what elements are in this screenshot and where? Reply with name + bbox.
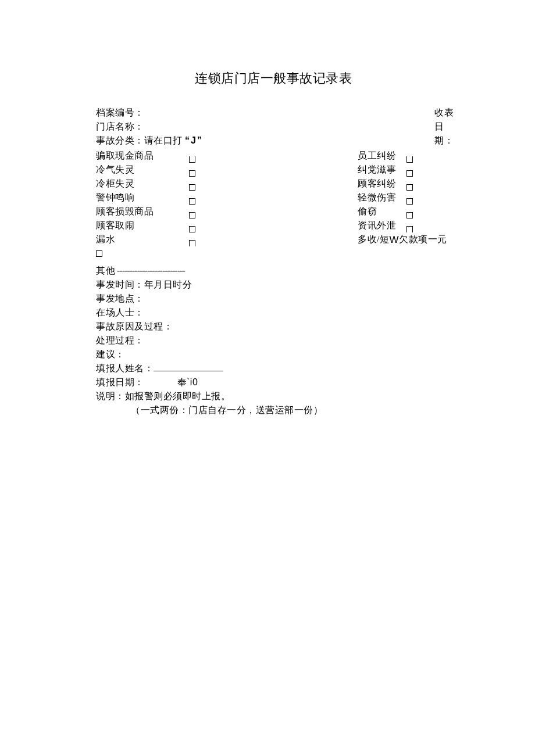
checkbox-icon[interactable] <box>406 226 413 232</box>
checkbox-icon[interactable] <box>189 184 195 191</box>
checkbox-icon[interactable] <box>406 212 413 218</box>
note-line2: （一式两份：门店自存一分，送营运部一份） <box>96 403 439 417</box>
handling-process-label: 处理过程： <box>96 334 439 347</box>
note-line1: 说明：如报警则必须即时上报。 <box>96 389 439 403</box>
checkbox-icon[interactable] <box>189 156 195 163</box>
page-title: 连锁店门店一般事故记录表 <box>108 70 439 87</box>
right-long-mid2: 欠 <box>399 234 409 244</box>
cat-left-6: 漏水 <box>96 232 189 246</box>
category-grid: 骗取现金商品 员工纠纷 冷气失灵 纠党滋事 冷柜失灵 顾客纠纷 警钟鸣响 轻微伤… <box>96 149 439 246</box>
other-dashes: --------------------------- <box>115 266 185 275</box>
cat-left-0: 骗取现金商品 <box>96 149 189 163</box>
reporter-name-field[interactable] <box>154 363 223 371</box>
cat-right-2: 顾客纠纷 <box>358 177 398 191</box>
right-long-mid1: W <box>389 233 399 247</box>
cat-right-0: 员工纠纷 <box>358 149 398 163</box>
cat-left-4: 顾客损毁商品 <box>96 205 189 218</box>
present-persons-label: 在场人士： <box>96 306 439 320</box>
cause-process-label: 事故原因及过程： <box>96 320 439 334</box>
checkbox-icon[interactable] <box>406 156 413 163</box>
cat-left-3: 警钟鸣响 <box>96 191 189 205</box>
cat-right-4: 偷窃 <box>358 205 398 218</box>
other-label: 其他 <box>96 266 115 275</box>
suggestion-label: 建议： <box>96 347 439 361</box>
checkbox-icon[interactable] <box>189 170 195 177</box>
checkmark-sample: “J” <box>185 135 203 145</box>
checkbox-icon[interactable] <box>189 226 195 232</box>
cat-right-long: 多收/短W欠款项一元 <box>358 232 447 246</box>
cat-left-5: 顾客取闹 <box>96 218 189 232</box>
cat-right-5: 资讯外泄 <box>358 218 398 232</box>
cat-left-2: 冷柜失灵 <box>96 177 189 191</box>
right-long-prefix: 多收/短 <box>358 234 389 244</box>
store-name-label: 门店名称： <box>96 120 439 134</box>
file-no-label: 档案编号： <box>96 108 144 117</box>
checkbox-icon[interactable] <box>406 198 413 205</box>
reporter-name-label: 填报人姓名： <box>96 363 154 373</box>
report-date-label: 填报日期： <box>96 377 144 387</box>
cat-right-3: 轻微伤害 <box>358 191 398 205</box>
checkbox-icon[interactable] <box>96 250 102 257</box>
right-long-suffix: 款项一元 <box>409 234 447 244</box>
incident-location-label: 事发地点： <box>96 292 439 306</box>
checkbox-icon[interactable] <box>406 170 413 177</box>
cat-left-1: 冷气失灵 <box>96 163 189 177</box>
checkbox-icon[interactable] <box>189 198 195 205</box>
cat-right-1: 纠党滋事 <box>358 163 398 177</box>
report-date-garbled: 奉`i0 <box>177 377 198 387</box>
incident-time-label: 事发时间：年月日时分 <box>96 278 439 292</box>
checkbox-icon[interactable] <box>189 240 195 246</box>
checkbox-icon[interactable] <box>189 212 195 218</box>
category-instruction: 事故分类：请在口打 <box>96 135 183 145</box>
receive-date-label: 收表日期： <box>434 106 454 148</box>
checkbox-icon[interactable] <box>406 184 413 191</box>
